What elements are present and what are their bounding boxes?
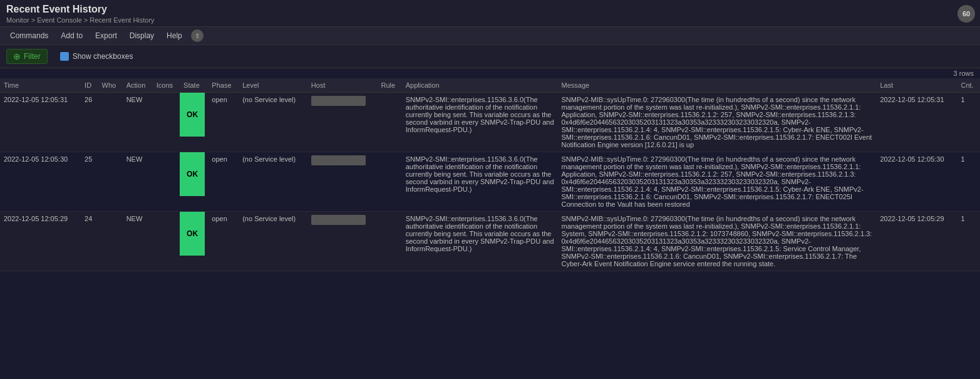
menu-display[interactable]: Display: [125, 29, 159, 42]
cell-icons: [153, 152, 180, 212]
cell-message: SNMPv2-MIB::sysUpTime.0: 272960300(The t…: [558, 93, 877, 152]
cell-action: NEW: [123, 93, 153, 152]
cell-who: [98, 212, 123, 271]
filter-icon: ⊕: [13, 51, 21, 61]
page-header: Recent Event History Monitor > Event Con…: [0, 0, 980, 27]
event-table: Time ID Who Action Icons State Phase Lev…: [0, 78, 980, 271]
cell-id: 24: [81, 212, 98, 271]
menu-export[interactable]: Export: [90, 29, 122, 42]
table-header-row: Time ID Who Action Icons State Phase Lev…: [0, 78, 980, 93]
col-id: ID: [81, 78, 98, 93]
cell-last: 2022-12-05 12:05:30: [876, 152, 957, 212]
menu-add-to[interactable]: Add to: [56, 29, 88, 42]
cell-time: 2022-12-05 12:05:31: [0, 93, 81, 152]
col-state: State: [180, 78, 208, 93]
cell-who: [98, 152, 123, 212]
cell-id: 26: [81, 93, 98, 152]
cell-state: OK: [180, 152, 208, 212]
col-message: Message: [558, 78, 877, 93]
cell-host: ██████: [307, 93, 378, 152]
state-ok-badge: OK: [180, 93, 205, 137]
table-row[interactable]: 2022-12-05 12:05:3025NEWOKopen(no Servic…: [0, 152, 980, 212]
cell-host: ██████: [307, 212, 378, 271]
user-badge[interactable]: 60: [957, 5, 975, 23]
filter-button[interactable]: ⊕ Filter: [6, 49, 48, 64]
cell-time: 2022-12-05 12:05:29: [0, 212, 81, 271]
row-count-area: 3 rows: [0, 68, 980, 78]
collapse-button[interactable]: ⇧: [191, 29, 204, 42]
page-title: Recent Event History: [6, 4, 974, 15]
col-action: Action: [123, 78, 153, 93]
menu-help[interactable]: Help: [162, 29, 187, 42]
cell-state: OK: [180, 212, 208, 271]
col-cnt: Cnt.: [957, 78, 981, 93]
cell-time: 2022-12-05 12:05:30: [0, 152, 81, 212]
cell-level: (no Service level): [239, 93, 307, 152]
cell-cnt: 1: [957, 212, 981, 271]
col-who: Who: [98, 78, 123, 93]
cell-action: NEW: [123, 212, 153, 271]
menu-commands[interactable]: Commands: [5, 29, 53, 42]
state-ok-badge: OK: [180, 152, 205, 196]
cell-phase: open: [208, 93, 239, 152]
col-phase: Phase: [208, 78, 239, 93]
col-time: Time: [0, 78, 81, 93]
cell-rule: [378, 93, 402, 152]
cell-application: SNMPv2-SMI::enterprises.11536.3.6.0(The …: [402, 212, 558, 271]
cell-host: ██████: [307, 152, 378, 212]
show-checkboxes-button[interactable]: Show checkboxes: [54, 50, 140, 63]
table-row[interactable]: 2022-12-05 12:05:3126NEWOKopen(no Servic…: [0, 93, 980, 152]
cell-icons: [153, 212, 180, 271]
cell-level: (no Service level): [239, 152, 307, 212]
col-application: Application: [402, 78, 558, 93]
host-value: ██████: [311, 155, 366, 165]
checkbox-icon: [60, 52, 69, 61]
cell-application: SNMPv2-SMI::enterprises.11536.3.6.0(The …: [402, 93, 558, 152]
row-count: 3 rows: [954, 70, 974, 77]
col-rule: Rule: [378, 78, 402, 93]
table-row[interactable]: 2022-12-05 12:05:2924NEWOKopen(no Servic…: [0, 212, 980, 271]
cell-state: OK: [180, 93, 208, 152]
col-last: Last: [876, 78, 957, 93]
badge-number: 60: [962, 10, 970, 18]
state-ok-badge: OK: [180, 212, 205, 256]
cell-id: 25: [81, 152, 98, 212]
filter-label: Filter: [24, 52, 41, 61]
col-icons: Icons: [153, 78, 180, 93]
cell-rule: [378, 152, 402, 212]
cell-application: SNMPv2-SMI::enterprises.11536.3.6.0(The …: [402, 152, 558, 212]
host-value: ██████: [311, 215, 366, 225]
cell-phase: open: [208, 212, 239, 271]
col-host: Host: [307, 78, 378, 93]
col-level: Level: [239, 78, 307, 93]
cell-message: SNMPv2-MIB::sysUpTime.0: 272960300(The t…: [558, 152, 877, 212]
cell-level: (no Service level): [239, 212, 307, 271]
arrow-up-icon: ⇧: [195, 33, 200, 39]
breadcrumb: Monitor > Event Console > Recent Event H…: [6, 16, 974, 24]
cell-who: [98, 93, 123, 152]
cell-cnt: 1: [957, 93, 981, 152]
toolbar: ⊕ Filter Show checkboxes: [0, 45, 980, 68]
cell-message: SNMPv2-MIB::sysUpTime.0: 272960300(The t…: [558, 212, 877, 271]
cell-last: 2022-12-05 12:05:29: [876, 212, 957, 271]
show-checkboxes-label: Show checkboxes: [73, 52, 133, 61]
cell-phase: open: [208, 152, 239, 212]
menubar: Commands Add to Export Display Help ⇧: [0, 27, 980, 45]
host-value: ██████: [311, 96, 366, 106]
cell-action: NEW: [123, 152, 153, 212]
cell-icons: [153, 93, 180, 152]
cell-cnt: 1: [957, 152, 981, 212]
cell-last: 2022-12-05 12:05:31: [876, 93, 957, 152]
cell-rule: [378, 212, 402, 271]
